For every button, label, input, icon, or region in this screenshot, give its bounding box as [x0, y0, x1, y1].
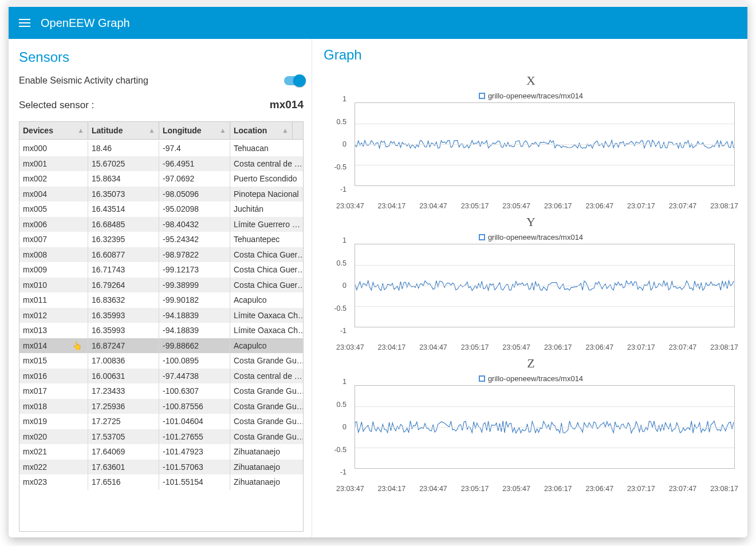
table-row[interactable]: mx02017.53705-101.27655Costa Grande Gu… — [19, 429, 303, 445]
graph-panel: Graph Xgrillo-openeew/traces/mx01410.50-… — [312, 39, 747, 537]
table-row[interactable]: mx01016.79264-99.38999Costa Chica Guer… — [19, 278, 303, 293]
table-cell: mx013 — [19, 323, 88, 338]
table-cell: Costa central de … — [230, 156, 303, 172]
table-row[interactable]: mx01517.00836-100.0895Costa Grande Gu… — [19, 353, 303, 369]
table-row[interactable]: mx00616.68485-98.40432Límite Guerrero … — [19, 217, 303, 232]
table-row[interactable]: mx02217.63601-101.57063Zihuatanaejo — [19, 460, 303, 475]
plot-area — [355, 102, 735, 186]
table-row[interactable]: mx02317.6516-101.55154Zihuatanaejo — [19, 474, 303, 490]
table-row[interactable]: mx01817.25936-100.87556Costa Grande Gu… — [19, 399, 303, 414]
table-cell: Acapulco — [230, 292, 303, 308]
table-row[interactable]: mx01316.35993-94.18839Límite Oaxaca Ch… — [19, 323, 303, 338]
legend-label: grillo-openeew/traces/mx014 — [488, 233, 583, 242]
table-cell: 18.46 — [88, 141, 159, 156]
x-tick: 23:07:47 — [669, 485, 697, 493]
table-cell: -94.18839 — [159, 323, 230, 338]
table-row[interactable]: mx01216.35993-94.18839Límite Oaxaca Ch… — [19, 308, 303, 323]
x-ticks: 23:03:4723:04:1723:04:4723:05:1723:05:47… — [336, 343, 738, 351]
table-row[interactable]: mx00516.43514-95.02098Juchitán — [19, 201, 303, 217]
legend-label: grillo-openeew/traces/mx014 — [488, 374, 583, 383]
table-cell: 16.35073 — [88, 187, 159, 202]
table-cell: -100.0895 — [159, 353, 230, 369]
table-cell: Costa Grande Gu… — [230, 383, 303, 399]
charting-toggle[interactable] — [284, 76, 304, 85]
table-cell: -98.40432 — [159, 217, 230, 232]
table-row[interactable]: mx00018.46-97.4Tehuacan — [19, 141, 303, 156]
table-row[interactable]: mx00916.71743-99.12173Costa Chica Guer… — [19, 262, 303, 278]
x-ticks: 23:03:4723:04:1723:04:4723:05:1723:05:47… — [336, 202, 738, 210]
table-cell: mx019 — [19, 414, 88, 429]
table-row[interactable]: mx00215.8634-97.0692Puerto Escondido — [19, 171, 303, 187]
table-row[interactable]: mx01917.2725-101.04604Costa Grande Gu… — [19, 414, 303, 429]
x-tick: 23:04:47 — [419, 485, 447, 493]
table-cell: 16.79264 — [88, 278, 159, 293]
col-longitude[interactable]: Longitude▲ — [159, 122, 230, 139]
table-cell: 17.64069 — [88, 444, 159, 460]
table-row[interactable]: mx00416.35073-98.05096Pinotepa Nacional — [19, 187, 303, 202]
y-tick: 1 — [329, 236, 346, 244]
table-cell: Costa Grande Gu… — [230, 353, 303, 369]
x-tick: 23:03:47 — [336, 485, 364, 493]
plot-area — [355, 385, 735, 469]
y-tick: 0.5 — [329, 118, 346, 126]
table-row[interactable]: mx02117.64069-101.47923Zihuatanaejo — [19, 444, 303, 460]
y-tick: -0.5 — [329, 163, 346, 171]
x-tick: 23:04:47 — [419, 202, 447, 210]
x-tick: 23:07:47 — [669, 202, 697, 210]
col-devices[interactable]: Devices▲ — [19, 122, 88, 139]
chart-title: X — [324, 73, 738, 88]
table-row[interactable]: mx00115.67025-96.4951Costa central de … — [19, 156, 303, 172]
col-latitude[interactable]: Latitude▲ — [88, 122, 159, 139]
x-tick: 23:06:47 — [585, 485, 613, 493]
table-cell: mx005 — [19, 201, 88, 217]
table-cell: -97.0692 — [159, 171, 230, 187]
table-cell: 16.35993 — [88, 308, 159, 323]
table-cell: 16.87247 — [88, 338, 159, 354]
selected-sensor-label: Selected sensor : — [19, 100, 94, 111]
table-cell: Tehuacan — [230, 141, 303, 156]
table-cell: Límite Oaxaca Ch… — [230, 308, 303, 323]
table-row[interactable]: mx01116.83632-99.90182Acapulco — [19, 292, 303, 308]
x-tick: 23:04:17 — [378, 343, 406, 351]
table-cell: -101.55154 — [159, 474, 230, 490]
x-tick: 23:07:47 — [669, 343, 697, 351]
menu-icon[interactable] — [19, 19, 30, 27]
table-cell: mx021 — [19, 444, 88, 460]
chart-plot[interactable]: 10.50-0.5-1 — [342, 385, 735, 477]
x-tick: 23:08:17 — [710, 485, 738, 493]
table-cell: Tehuantepec — [230, 232, 303, 247]
table-cell: mx008 — [19, 247, 88, 263]
table-cell: mx006 — [19, 217, 88, 232]
x-tick: 23:05:17 — [461, 343, 489, 351]
sort-icon: ▲ — [77, 126, 84, 134]
chart-plot[interactable]: 10.50-0.5-1 — [342, 102, 735, 194]
x-tick: 23:04:17 — [378, 485, 406, 493]
sensors-table: Devices▲ Latitude▲ Longitude▲ Location▲ … — [19, 121, 304, 532]
table-row[interactable]: mx01616.00631-97.44738Costa central de … — [19, 369, 303, 384]
table-row[interactable]: mx01717.23433-100.6307Costa Grande Gu… — [19, 383, 303, 399]
legend-swatch — [479, 375, 485, 382]
table-cell: mx001 — [19, 156, 88, 172]
table-cell: 16.60877 — [88, 247, 159, 263]
table-cell: Pinotepa Nacional — [230, 187, 303, 202]
x-tick: 23:07:17 — [627, 485, 655, 493]
y-tick: 1 — [329, 95, 346, 103]
y-tick: 0.5 — [329, 259, 346, 267]
x-tick: 23:06:17 — [544, 202, 572, 210]
x-tick: 23:03:47 — [336, 202, 364, 210]
sort-icon: ▲ — [148, 126, 155, 134]
col-location[interactable]: Location▲ — [230, 122, 293, 139]
x-tick: 23:04:47 — [419, 343, 447, 351]
table-row[interactable]: mx01416.87247-99.88662Acapulco👆 — [19, 338, 303, 354]
x-tick: 23:08:17 — [710, 343, 738, 351]
table-body[interactable]: mx00018.46-97.4Tehuacanmx00115.67025-96.… — [19, 141, 303, 531]
y-tick: -0.5 — [329, 446, 346, 454]
chart-plot[interactable]: 10.50-0.5-1 — [342, 244, 735, 335]
table-row[interactable]: mx00716.32395-95.24342Tehuantepec — [19, 232, 303, 247]
table-cell: Límite Guerrero … — [230, 217, 303, 232]
table-cell: -99.90182 — [159, 292, 230, 308]
table-row[interactable]: mx00816.60877-98.97822Costa Chica Guer… — [19, 247, 303, 263]
table-cell: -100.87556 — [159, 399, 230, 414]
table-cell: mx018 — [19, 399, 88, 414]
table-cell: Costa central de … — [230, 369, 303, 384]
